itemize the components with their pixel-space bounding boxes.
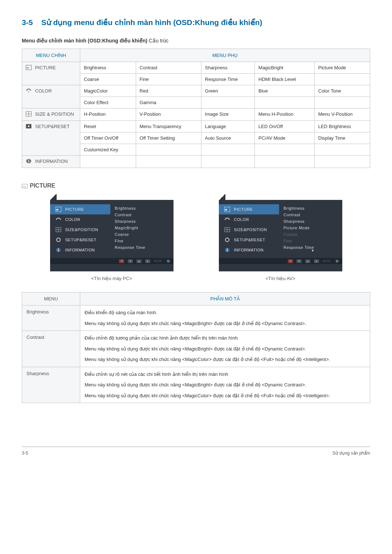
- osd-opt[interactable]: Picture Mode: [283, 225, 342, 231]
- svg-point-34: [227, 249, 228, 249]
- picture-icon: [224, 206, 230, 213]
- cell: Picture Mode: [314, 62, 370, 74]
- enter-icon[interactable]: ▸: [314, 259, 319, 263]
- up-icon[interactable]: ▴: [305, 259, 310, 263]
- osd-menu-information[interactable]: INFORMATION: [219, 245, 279, 255]
- row-contrast-desc: Điều chỉnh độ tương phản của các hình ản…: [80, 331, 370, 367]
- cell: [201, 156, 254, 168]
- osd-opt[interactable]: Fine: [115, 238, 173, 244]
- osd-option-list-av: Brightness Contrast Sharpness Picture Mo…: [279, 200, 342, 258]
- size-position-icon: [55, 226, 62, 233]
- cell: LED On/Off: [255, 121, 315, 132]
- osd-control-bar: ✕ ▾ ▴ ▸ AUTO ⏻: [50, 258, 173, 264]
- osd-opt[interactable]: Brightness: [283, 205, 342, 212]
- cell: Color Tone: [314, 85, 370, 97]
- auto-label[interactable]: AUTO: [154, 259, 162, 263]
- osd-control-bar: ✕ ▾ ▴ ▸ AUTO ⏻: [219, 258, 342, 264]
- cell: Brightness: [80, 62, 136, 74]
- information-icon: [224, 247, 230, 253]
- subheading-rest: Cấu trúc: [147, 38, 168, 44]
- main-information: INFORMATION: [22, 156, 80, 168]
- main-color: COLOR: [22, 85, 80, 108]
- setup-reset-icon: [26, 124, 32, 130]
- cell: [136, 156, 201, 168]
- size-position-icon: [26, 111, 32, 118]
- cell: Response Time: [201, 74, 254, 85]
- size-position-icon: [224, 226, 230, 233]
- gear-icon: [224, 237, 230, 243]
- caption-pc: <Tín hiệu máy PC>: [91, 276, 132, 281]
- description-table: MENU PHẦN MÔ TẢ Brightness Điều khiển độ…: [22, 292, 370, 403]
- osd-opt[interactable]: MagicBright: [115, 225, 173, 231]
- osd-menu-list: PICTURE COLOR SIZE&POSITION SETUP&RESET: [50, 200, 111, 258]
- cell: Reset: [80, 121, 136, 132]
- power-icon[interactable]: ⏻: [334, 259, 339, 263]
- down-icon[interactable]: ▾: [128, 259, 133, 263]
- osd-opt[interactable]: Brightness: [115, 205, 173, 212]
- osd-menu-size[interactable]: SIZE&POSITION: [50, 225, 111, 235]
- color-icon: [55, 216, 62, 223]
- svg-point-26: [228, 218, 229, 219]
- information-icon: [55, 247, 62, 253]
- cell: [255, 144, 315, 156]
- caption-av: <Tín hiệu AV>: [265, 276, 295, 281]
- svg-point-10: [28, 160, 29, 160]
- enter-icon[interactable]: ▸: [145, 259, 150, 263]
- footer-right: Sử dụng sản phẩm: [332, 451, 370, 456]
- picture-section-heading: PICTURE: [22, 182, 370, 189]
- osd-menu-size[interactable]: SIZE&POSITION: [219, 225, 279, 235]
- th-main-menu: MENU CHÍNH: [22, 49, 80, 62]
- cell: LED Brightness: [314, 121, 370, 132]
- cell: Image Size: [201, 108, 254, 121]
- osd-opt[interactable]: Contrast: [283, 212, 342, 218]
- svg-point-31: [226, 239, 228, 241]
- osd-opt[interactable]: Sharpness: [283, 218, 342, 225]
- osd-opt[interactable]: Response Time: [115, 244, 173, 251]
- cell: [201, 144, 254, 156]
- osd-menu-information[interactable]: INFORMATION: [50, 245, 111, 255]
- svg-rect-33: [227, 250, 228, 251]
- svg-rect-21: [58, 250, 59, 251]
- color-icon: [224, 216, 230, 223]
- auto-label[interactable]: AUTO: [323, 259, 330, 263]
- cell: Color Effect: [80, 97, 136, 108]
- osd-menu-color[interactable]: COLOR: [219, 214, 279, 225]
- cell: Auto Source: [201, 132, 254, 144]
- svg-rect-1: [27, 67, 29, 69]
- cell: Language: [201, 121, 254, 132]
- osd-menu-setup[interactable]: SETUP&RESET: [219, 235, 279, 245]
- close-icon[interactable]: ✕: [119, 259, 124, 263]
- power-icon[interactable]: ⏻: [166, 259, 171, 263]
- osd-menu-picture[interactable]: PICTURE: [50, 204, 111, 214]
- cell: Contrast: [136, 62, 201, 74]
- osd-opt[interactable]: Response Time ▼: [283, 244, 342, 254]
- down-icon[interactable]: ▾: [297, 259, 302, 263]
- cell: HDMI Black Level: [255, 74, 315, 85]
- osd-panel-pc: PICTURE COLOR SIZE&POSITION SETUP&RESET: [50, 200, 173, 271]
- heading-text: Sử dụng menu điều chỉnh màn hình (OSD:Kh…: [41, 18, 262, 26]
- cell: Gamma: [136, 97, 201, 108]
- osd-opt[interactable]: Sharpness: [115, 218, 173, 225]
- cell: Green: [201, 85, 254, 97]
- osd-menu-setup[interactable]: SETUP&RESET: [50, 235, 111, 245]
- th-description: PHẦN MÔ TẢ: [80, 292, 370, 305]
- cell: Menu H-Position: [255, 108, 315, 121]
- svg-point-2: [28, 91, 29, 93]
- svg-rect-9: [28, 161, 29, 163]
- svg-rect-24: [225, 209, 227, 210]
- osd-opt[interactable]: Contrast: [115, 212, 173, 218]
- osd-menu-picture[interactable]: PICTURE: [219, 204, 279, 214]
- cell: Sharpness: [201, 62, 254, 74]
- cell: [314, 74, 370, 85]
- osd-opt[interactable]: Coarse: [115, 231, 173, 238]
- picture-icon: [55, 206, 62, 213]
- gear-icon: [55, 237, 62, 243]
- svg-point-7: [28, 126, 29, 127]
- cell: Menu Transparency: [136, 121, 201, 132]
- cell: Off Timer On/Off: [80, 132, 136, 144]
- osd-menu-color[interactable]: COLOR: [50, 214, 111, 225]
- close-icon[interactable]: ✕: [288, 259, 293, 263]
- subheading-bold: Menu điều chỉnh màn hình (OSD:Khung điều…: [22, 38, 147, 44]
- up-icon[interactable]: ▴: [136, 259, 142, 263]
- cell: V-Position: [136, 108, 201, 121]
